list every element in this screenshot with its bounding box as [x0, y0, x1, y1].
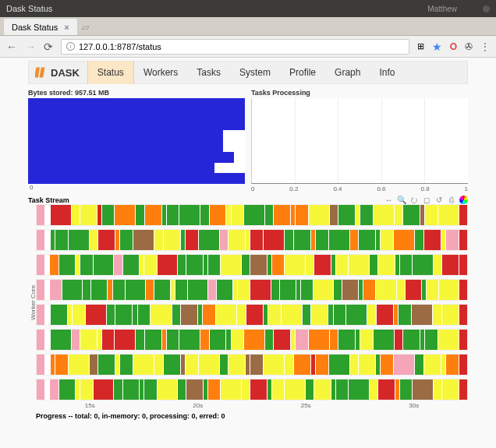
task-segment: [133, 230, 154, 250]
hover-icon[interactable]: [459, 196, 468, 204]
task-segment: [200, 330, 208, 350]
task-segment: [217, 280, 232, 300]
task-segment: [296, 205, 308, 225]
dask-logo-icon: [35, 66, 48, 79]
task-segment: [438, 205, 459, 225]
task-segment: [291, 330, 295, 350]
reload-button[interactable]: ⟳: [44, 41, 53, 53]
reset-icon[interactable]: ↺: [434, 196, 443, 204]
wheel-zoom-icon[interactable]: ⭮: [409, 196, 418, 204]
tasks-processing-panel: Tasks Processing 0 0.2 0.4 0.6 0.8 1: [251, 89, 468, 192]
task-segment: [285, 230, 292, 250]
task-segment: [220, 230, 228, 250]
task-segment: [346, 305, 367, 325]
bytes-stored-chart[interactable]: [28, 98, 245, 184]
task-segment: [400, 379, 412, 400]
task-segment: [309, 205, 329, 225]
task-segment: [145, 205, 161, 225]
task-segment: [76, 379, 80, 400]
url-text: 127.0.0.1:8787/status: [79, 42, 161, 51]
task-segment: [420, 330, 424, 350]
task-segment: [59, 255, 76, 275]
minimize-button[interactable]: [483, 5, 490, 12]
task-segment: [250, 379, 267, 400]
menu-icon[interactable]: ⋮: [480, 41, 490, 52]
bytes-bar: [28, 163, 214, 174]
task-segment: [316, 355, 328, 375]
box-select-icon[interactable]: ◻: [422, 196, 430, 204]
task-segment: [102, 330, 115, 350]
extension-icon[interactable]: ✇: [465, 41, 473, 52]
task-segment: [334, 280, 342, 300]
save-icon[interactable]: ⎙: [447, 196, 455, 204]
qr-icon[interactable]: ⊞: [417, 41, 424, 51]
browser-tab[interactable]: Dask Status ×: [3, 18, 78, 35]
task-segment: [162, 205, 166, 225]
task-segment: [171, 280, 175, 300]
task-segment: [395, 205, 402, 225]
task-segment: [350, 230, 358, 250]
task-segment: [413, 255, 433, 275]
task-segment: [374, 330, 394, 350]
task-segment: [424, 355, 441, 375]
worker-core-row: [36, 379, 468, 400]
task-segment: [272, 379, 284, 400]
tasks-processing-chart[interactable]: [251, 98, 468, 184]
task-segment: [309, 330, 329, 350]
task-segment: [136, 330, 143, 350]
task-segment: [55, 230, 68, 250]
task-segment: [164, 355, 180, 375]
nav-graph[interactable]: Graph: [325, 61, 370, 84]
task-segment: [381, 230, 393, 250]
nav-profile[interactable]: Profile: [280, 61, 325, 84]
task-segment: [359, 230, 375, 250]
task-segment: [271, 280, 279, 300]
task-segment: [208, 255, 220, 275]
task-segment: [172, 305, 180, 325]
task-stream-ylabel: Worker Core: [28, 204, 36, 400]
task-segment: [285, 355, 292, 375]
address-bar[interactable]: i 127.0.0.1:8787/status: [61, 39, 409, 55]
task-segment: [51, 305, 67, 325]
nav-system[interactable]: System: [230, 61, 280, 84]
task-segment: [338, 205, 355, 225]
task-segment: [285, 379, 305, 400]
bookmark-star-icon[interactable]: ★: [432, 41, 442, 53]
opera-icon[interactable]: O: [450, 41, 457, 52]
close-icon[interactable]: ×: [64, 23, 69, 32]
task-segment: [154, 280, 170, 300]
bokeh-toolbar: ↔ 🔍 ⭮ ◻ ↺ ⎙: [384, 196, 468, 204]
task-stream-chart[interactable]: [36, 204, 468, 400]
nav-info[interactable]: Info: [370, 61, 404, 84]
task-segment: [349, 255, 369, 275]
task-segment: [210, 205, 226, 225]
task-segment: [140, 379, 143, 400]
site-info-icon[interactable]: i: [66, 42, 75, 51]
task-segment: [178, 255, 186, 275]
task-segment: [356, 330, 360, 350]
pan-icon[interactable]: ↔: [384, 196, 393, 204]
task-segment: [267, 255, 271, 275]
bytes-bar: [28, 141, 223, 152]
box-zoom-icon[interactable]: 🔍: [397, 196, 406, 204]
task-segment: [413, 379, 433, 400]
task-segment: [342, 280, 358, 300]
task-segment: [441, 355, 445, 375]
task-segment: [329, 230, 349, 250]
task-segment: [181, 355, 185, 375]
svg-rect-0: [35, 68, 40, 78]
nav-tasks[interactable]: Tasks: [187, 61, 230, 84]
task-segment: [420, 205, 424, 225]
task-segment: [291, 205, 295, 225]
worker-core-row: [36, 304, 468, 326]
tick: 1: [464, 185, 467, 192]
nav-status[interactable]: Status: [87, 61, 134, 84]
task-segment: [208, 280, 216, 300]
back-button[interactable]: ←: [6, 41, 17, 53]
new-tab-button[interactable]: ▱: [78, 22, 94, 35]
forward-button: →: [25, 41, 36, 53]
nav-workers[interactable]: Workers: [134, 61, 187, 84]
task-segment: [80, 255, 92, 275]
task-segment: [186, 230, 198, 250]
task-segment: [250, 255, 267, 275]
